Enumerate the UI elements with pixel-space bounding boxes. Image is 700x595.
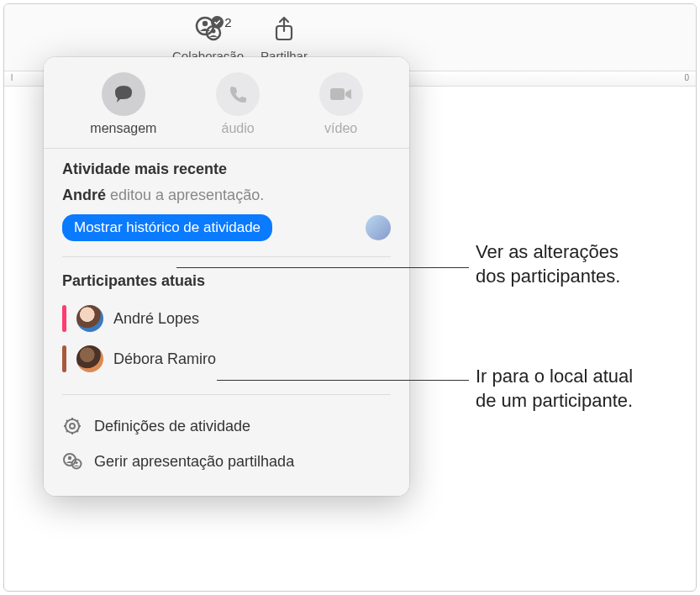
presence-indicator	[62, 345, 66, 372]
contact-actions: mensagem áudio vídeo	[44, 57, 409, 149]
callout-goto: Ir para o local atual de um participante…	[476, 365, 633, 413]
callout-text: dos participantes.	[476, 265, 620, 289]
callout-text: Ver as alterações	[476, 240, 620, 265]
badge-count: 2	[224, 15, 231, 29]
message-button[interactable]: mensagem	[90, 72, 156, 136]
collaboration-popover: mensagem áudio vídeo Atividade mais rece…	[44, 57, 409, 496]
svg-point-1	[202, 21, 207, 26]
activity-actor: André	[62, 187, 106, 203]
people-icon	[62, 451, 82, 471]
video-label: vídeo	[324, 121, 357, 136]
show-activity-history-button[interactable]: Mostrar histórico de atividade	[62, 214, 272, 241]
activity-header: Atividade mais recente	[62, 161, 391, 178]
manage-shared-button[interactable]: Gerir apresentação partilhada	[62, 444, 391, 479]
ruler-tick: l	[11, 73, 13, 82]
participants-section: Participantes atuais André Lopes Débora …	[44, 261, 409, 391]
svg-point-17	[68, 456, 71, 460]
svg-point-19	[75, 461, 77, 464]
callout-text: de um participante.	[476, 389, 633, 413]
divider	[62, 256, 391, 257]
audio-button[interactable]: áudio	[216, 72, 260, 136]
phone-icon	[216, 72, 260, 116]
ruler-tick: 0	[684, 73, 689, 82]
avatar	[76, 305, 103, 332]
message-icon	[102, 72, 145, 116]
participant-item[interactable]: André Lopes	[62, 298, 391, 339]
callout-text: Ir para o local atual	[476, 365, 633, 389]
svg-line-15	[76, 420, 78, 422]
participants-header: Participantes atuais	[62, 272, 391, 290]
presence-indicator	[62, 305, 66, 332]
message-label: mensagem	[90, 121, 156, 136]
activity-line: André editou a apresentação.	[62, 187, 391, 204]
audio-label: áudio	[221, 121, 254, 136]
participant-name: André Lopes	[113, 310, 199, 328]
callout-changes: Ver as alterações dos participantes.	[476, 240, 620, 288]
gear-icon	[62, 416, 82, 436]
activity-settings-button[interactable]: Definições de atividade	[62, 408, 391, 444]
check-icon	[211, 16, 224, 29]
manage-label: Gerir apresentação partilhada	[94, 453, 294, 471]
collaboration-button[interactable]: 2 Colaboração	[172, 12, 244, 63]
avatar	[76, 345, 103, 372]
participant-item[interactable]: Débora Ramiro	[62, 339, 391, 379]
settings-label: Definições de atividade	[94, 418, 250, 435]
participant-name: Débora Ramiro	[113, 350, 216, 368]
svg-line-14	[66, 430, 68, 432]
svg-point-3	[211, 29, 215, 34]
video-icon	[319, 72, 363, 116]
activity-avatar	[366, 215, 391, 240]
svg-rect-5	[330, 88, 345, 100]
share-icon	[273, 16, 295, 43]
video-button[interactable]: vídeo	[319, 72, 363, 136]
callout-line	[176, 267, 469, 268]
callout-line	[217, 380, 469, 381]
share-button[interactable]: Partilhar	[261, 12, 308, 63]
divider	[62, 394, 391, 395]
svg-line-13	[76, 430, 78, 432]
recent-activity-section: Atividade mais recente André editou a ap…	[44, 149, 409, 253]
svg-line-12	[66, 420, 68, 422]
collaboration-badge: 2	[211, 15, 231, 29]
activity-action: editou a apresentação.	[106, 187, 264, 203]
popover-footer: Definições de atividade Gerir apresentaç…	[44, 398, 409, 496]
svg-point-7	[70, 424, 75, 429]
